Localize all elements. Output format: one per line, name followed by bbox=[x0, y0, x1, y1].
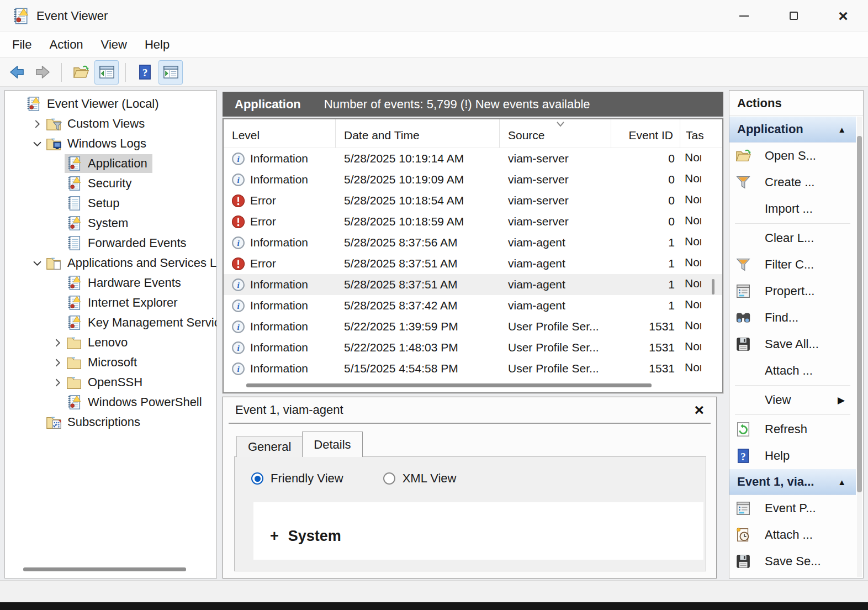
log-icon bbox=[66, 215, 84, 232]
column-header-event-id[interactable]: Event ID bbox=[611, 119, 680, 148]
actions-section-event-1-via[interactable]: Event 1, via... ▲ bbox=[729, 469, 856, 495]
forward-button[interactable] bbox=[30, 60, 55, 85]
tree-item-forwarded-events[interactable]: Forwarded Events bbox=[5, 233, 216, 253]
event-source: viam-server bbox=[500, 173, 611, 186]
help-button[interactable] bbox=[133, 60, 157, 85]
close-button[interactable]: × bbox=[818, 0, 868, 32]
tree-item-label: OpenSSH bbox=[88, 375, 142, 390]
actions-section-label: Event 1, via... bbox=[737, 475, 814, 489]
minimize-button[interactable] bbox=[719, 0, 769, 32]
close-detail-icon[interactable]: × bbox=[694, 402, 704, 418]
back-button[interactable] bbox=[4, 60, 29, 85]
action-pane-button[interactable] bbox=[158, 60, 183, 85]
tree-horizontal-scrollbar[interactable] bbox=[23, 567, 186, 571]
event-row[interactable]: Information 5/22/2025 1:39:59 PM User Pr… bbox=[224, 316, 722, 337]
maximize-button[interactable] bbox=[769, 0, 818, 32]
event-row[interactable]: Information 5/28/2025 10:19:14 AM viam-s… bbox=[224, 148, 722, 169]
action-filter-c[interactable]: Filter C... bbox=[729, 251, 856, 278]
event-row[interactable]: Information 5/28/2025 8:37:42 AM viam-ag… bbox=[224, 295, 722, 316]
event-row[interactable]: Information 5/28/2025 8:37:51 AM viam-ag… bbox=[224, 274, 722, 295]
column-header-source[interactable]: Source bbox=[500, 119, 611, 148]
action-import[interactable]: Import ... bbox=[729, 196, 856, 222]
tree-item-custom-views[interactable]: Custom Views bbox=[5, 114, 216, 134]
event-list-vertical-scrollbar[interactable] bbox=[712, 279, 714, 295]
expand-chevron-icon[interactable] bbox=[50, 355, 65, 370]
menu-item-label: File bbox=[12, 38, 31, 51]
action-save-se[interactable]: Save Se... bbox=[729, 548, 856, 575]
tree-item-subscriptions[interactable]: Subscriptions bbox=[5, 412, 216, 432]
menu-item-action[interactable]: Action bbox=[40, 35, 92, 54]
expand-chevron-icon[interactable] bbox=[30, 117, 44, 131]
event-source: viam-agent bbox=[500, 299, 611, 312]
actions-section-application[interactable]: Application ▲ bbox=[729, 117, 856, 143]
tree-item-label: Event Viewer (Local) bbox=[47, 97, 159, 111]
collapse-chevron-icon[interactable] bbox=[30, 136, 44, 151]
tree-item-hardware-events[interactable]: Hardware Events bbox=[5, 273, 216, 293]
action-attach[interactable]: Attach ... bbox=[729, 357, 856, 384]
tree-item-microsoft[interactable]: Microsoft bbox=[5, 353, 216, 372]
expand-chevron-icon[interactable] bbox=[50, 335, 65, 350]
tree-item-system[interactable]: System bbox=[5, 213, 216, 233]
menu-item-view[interactable]: View bbox=[92, 35, 136, 54]
tree-item-event-viewer-local[interactable]: Event Viewer (Local) bbox=[5, 94, 216, 114]
collapse-section-icon[interactable]: ▲ bbox=[838, 477, 846, 487]
friendly-view-radio[interactable]: Friendly View bbox=[251, 471, 343, 486]
console-tree-button[interactable] bbox=[94, 60, 119, 85]
open-folder-button[interactable] bbox=[68, 60, 93, 85]
action-save-all[interactable]: Save All... bbox=[729, 331, 856, 357]
tab-label: General bbox=[248, 440, 291, 454]
event-row[interactable]: Information 5/28/2025 8:37:56 AM viam-ag… bbox=[224, 232, 722, 253]
tree-item-security[interactable]: Security bbox=[5, 173, 216, 193]
column-header-task-category[interactable]: Task Category bbox=[680, 119, 722, 148]
action-label: Open S... bbox=[765, 149, 816, 163]
menu-item-file[interactable]: File bbox=[3, 35, 40, 54]
event-id: 0 bbox=[611, 215, 680, 228]
event-row[interactable]: Information 5/28/2025 10:19:09 AM viam-s… bbox=[224, 169, 722, 190]
properties-icon bbox=[735, 499, 755, 517]
status-bar bbox=[0, 580, 868, 602]
event-row[interactable]: Information 5/15/2025 4:54:58 PM User Pr… bbox=[224, 358, 722, 377]
expand-node-icon[interactable]: + bbox=[270, 528, 279, 545]
tree-item-setup[interactable]: Setup bbox=[5, 193, 216, 213]
tree-item-lenovo[interactable]: Lenovo bbox=[5, 333, 216, 353]
action-clear-l[interactable]: Clear L... bbox=[729, 225, 856, 251]
event-row[interactable]: Error 5/28/2025 10:18:54 AM viam-server … bbox=[224, 190, 722, 211]
action-event-p[interactable]: Event P... bbox=[729, 495, 856, 522]
tree-item-openssh[interactable]: OpenSSH bbox=[5, 372, 216, 392]
event-row[interactable]: Error 5/28/2025 8:37:51 AM viam-agent 1 … bbox=[224, 253, 722, 274]
action-label: Create ... bbox=[765, 175, 814, 190]
action-attach[interactable]: Attach ... bbox=[729, 522, 856, 548]
action-refresh[interactable]: Refresh bbox=[729, 416, 856, 443]
action-label: Clear L... bbox=[765, 231, 814, 245]
action-view[interactable]: View ▶ bbox=[729, 387, 856, 413]
menu-item-help[interactable]: Help bbox=[136, 35, 178, 54]
event-datetime: 5/28/2025 10:18:59 AM bbox=[336, 215, 500, 228]
action-propert[interactable]: Propert... bbox=[729, 278, 856, 304]
tree-item-internet-explorer[interactable]: Internet Explorer bbox=[5, 293, 216, 313]
tree-item-windows-powershell[interactable]: Windows PowerShell bbox=[5, 392, 216, 412]
action-find[interactable]: Find... bbox=[729, 304, 856, 331]
tree-item-windows-logs[interactable]: Windows Logs bbox=[5, 134, 216, 154]
column-header-level[interactable]: Level bbox=[224, 119, 336, 148]
expand-chevron-icon[interactable] bbox=[50, 375, 65, 390]
event-level: Information bbox=[250, 278, 308, 291]
tab-general[interactable]: General bbox=[236, 436, 303, 457]
collapse-chevron-icon[interactable] bbox=[30, 256, 44, 270]
tree-item-applications-and-services-logs[interactable]: Applications and Services Logs bbox=[5, 253, 216, 273]
event-list-horizontal-scrollbar[interactable] bbox=[246, 383, 652, 387]
xml-view-radio[interactable]: XML View bbox=[383, 471, 457, 486]
column-header-label: Level bbox=[232, 129, 260, 142]
tree-item-key-management-service[interactable]: Key Management Service bbox=[5, 313, 216, 333]
action-create[interactable]: Create ... bbox=[729, 169, 856, 196]
column-header-date-and-time[interactable]: Date and Time bbox=[336, 119, 500, 148]
event-row[interactable]: Error 5/28/2025 10:18:59 AM viam-server … bbox=[224, 211, 722, 232]
system-node[interactable]: + System bbox=[270, 528, 703, 545]
radio-label: XML View bbox=[403, 471, 457, 486]
action-help[interactable]: Help bbox=[729, 443, 856, 469]
action-open-s[interactable]: Open S... bbox=[729, 143, 856, 169]
event-row[interactable]: Information 5/22/2025 1:48:03 PM User Pr… bbox=[224, 337, 722, 358]
tree-item-application[interactable]: Application bbox=[5, 154, 216, 173]
collapse-section-icon[interactable]: ▲ bbox=[838, 125, 846, 134]
tab-details[interactable]: Details bbox=[302, 432, 362, 457]
actions-scrollbar[interactable] bbox=[857, 136, 862, 492]
